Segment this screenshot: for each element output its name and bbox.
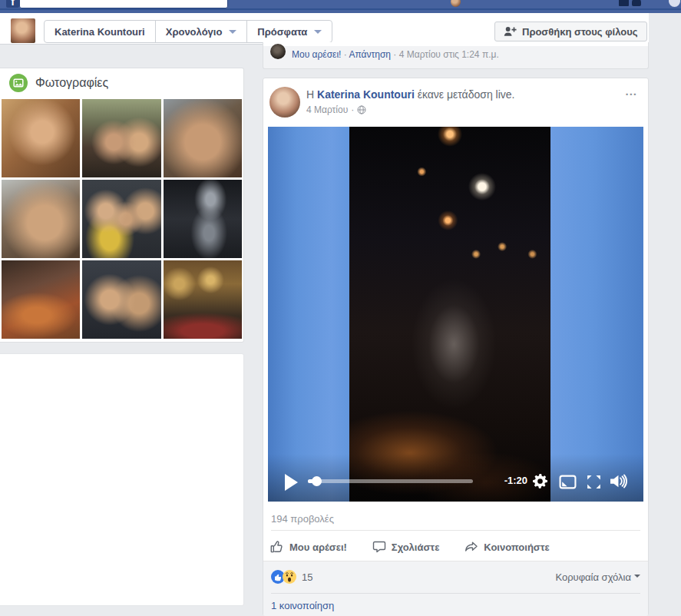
post-author-avatar[interactable] [269, 87, 300, 118]
post-subtitle: 4 Μαρτίου · [306, 104, 366, 115]
settings-gear-icon[interactable] [532, 473, 548, 489]
tab-timeline[interactable]: Χρονολόγιο [156, 21, 248, 42]
comment-reply-link[interactable]: Απάντηση [349, 49, 391, 60]
like-button[interactable]: Μου αρέσει! [270, 540, 347, 554]
profile-name-tab[interactable]: Katerina Kountouri [45, 21, 156, 42]
post-options-button[interactable]: ... [625, 84, 637, 98]
sidebar-blank-card [0, 353, 244, 606]
post-author-link[interactable]: Katerina Kountouri [317, 88, 415, 101]
volume-icon[interactable] [610, 474, 629, 488]
photo-thumbnail[interactable] [82, 260, 160, 339]
help-icon[interactable] [669, 0, 680, 7]
tab-recent[interactable]: Πρόσφατα [247, 21, 332, 42]
post-card: Η Katerina Kountouri έκανε μετάδοση live… [263, 78, 649, 616]
chevron-down-icon [229, 30, 236, 34]
video-pillarbox-left [268, 127, 349, 502]
video-player[interactable]: -1:20 [268, 127, 643, 502]
photos-title[interactable]: Φωτογραφίες [35, 76, 108, 90]
post-date[interactable]: 4 Μαρτίου [306, 104, 348, 115]
video-content [349, 127, 550, 502]
comment-timestamp: 4 Μαρτίου στις 1:24 π.μ. [399, 49, 499, 60]
divider [271, 530, 640, 531]
photo-thumbnail[interactable] [82, 99, 160, 177]
share-arrow-icon [464, 540, 478, 554]
photos-card-header: Φωτογραφίες [0, 68, 243, 98]
play-button[interactable] [285, 474, 298, 491]
post-title: Η Katerina Kountouri έκανε μετάδοση live… [306, 88, 515, 101]
video-progress-bar[interactable] [308, 479, 473, 483]
top-navbar: f [0, 0, 681, 13]
previous-post-comment-strip: Μου αρέσει! · Απάντηση · 4 Μαρτίου στις … [263, 42, 649, 69]
video-time-remaining: -1:20 [494, 475, 527, 486]
fullscreen-icon[interactable] [586, 474, 602, 490]
reactions-summary[interactable]: 15 [271, 570, 312, 584]
profile-avatar-small[interactable] [11, 18, 35, 43]
navbar-avatar[interactable] [451, 0, 461, 7]
share-button[interactable]: Κοινοποιήστε [464, 540, 549, 554]
profile-sticky-header: Katerina Kountouri Χρονολόγιο Πρόσφατα Π… [0, 13, 649, 45]
comment-sort-dropdown[interactable]: Κορυφαία σχόλια [555, 571, 640, 583]
wow-reaction-icon [283, 570, 296, 584]
globe-privacy-icon [357, 105, 366, 114]
photo-thumbnail[interactable] [82, 180, 160, 258]
photo-thumbnail[interactable] [164, 180, 242, 258]
photo-thumbnail[interactable] [2, 99, 80, 177]
comment-meta-row: Μου αρέσει! · Απάντηση · 4 Μαρτίου στις … [292, 49, 499, 60]
share-count-link[interactable]: 1 κοινοποίηση [271, 600, 334, 611]
add-friend-button[interactable]: Προσθήκη στους φίλους [494, 22, 647, 41]
comment-strip-top-edge [263, 42, 648, 46]
photo-thumbnail[interactable] [164, 99, 242, 177]
photo-thumbnail[interactable] [2, 180, 80, 258]
photos-grid [0, 98, 243, 340]
search-input[interactable] [19, 0, 228, 8]
view-count: 194 προβολές [271, 513, 334, 525]
navbar-divider [0, 8, 681, 10]
chevron-down-icon [634, 575, 640, 578]
comment-button[interactable]: Σχολιάστε [372, 540, 439, 554]
reaction-count: 15 [302, 571, 312, 583]
video-pillarbox-right [550, 127, 643, 502]
profile-nav-tabs: Katerina Kountouri Χρονολόγιο Πρόσφατα [44, 20, 332, 43]
facebook-logo-icon[interactable]: f [6, 0, 19, 8]
person-add-icon [504, 26, 517, 37]
divider [271, 593, 640, 594]
chevron-down-icon [314, 30, 322, 34]
comment-like-link[interactable]: Μου αρέσει! [292, 49, 341, 60]
photos-icon [9, 74, 28, 92]
video-controls: -1:20 [268, 462, 643, 502]
video-progress-thumb[interactable] [312, 476, 322, 486]
photo-thumbnail[interactable] [2, 260, 80, 339]
friend-requests-icon[interactable] [619, 0, 629, 6]
comment-bubble-icon [372, 540, 386, 554]
messenger-icon[interactable] [632, 0, 641, 6]
photos-card: Φωτογραφίες [0, 68, 244, 343]
picture-in-picture-icon[interactable] [559, 475, 577, 489]
thumbs-up-icon [270, 540, 284, 554]
photo-thumbnail[interactable] [164, 260, 242, 339]
post-action-bar: Μου αρέσει! Σχολιάστε Κοινοποιήστε [270, 535, 575, 558]
post-comment-section: 15 Κορυφαία σχόλια 1 κοινοποίηση [263, 561, 648, 616]
comment-avatar[interactable] [270, 44, 286, 59]
